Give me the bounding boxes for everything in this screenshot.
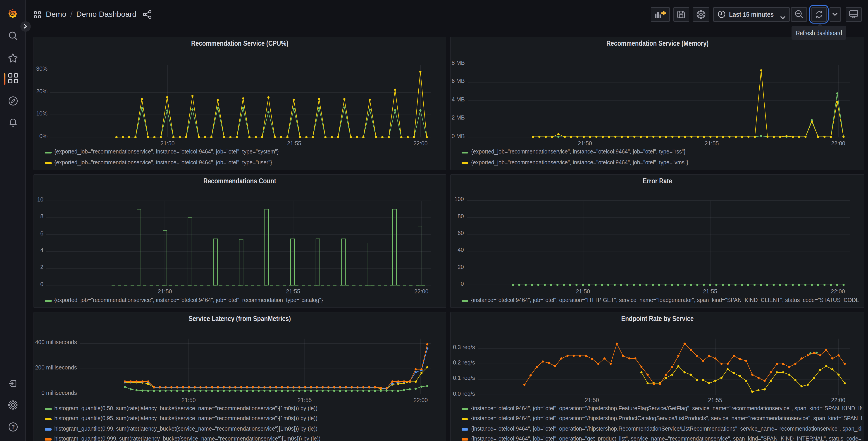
svg-text:?: ? (11, 423, 15, 430)
